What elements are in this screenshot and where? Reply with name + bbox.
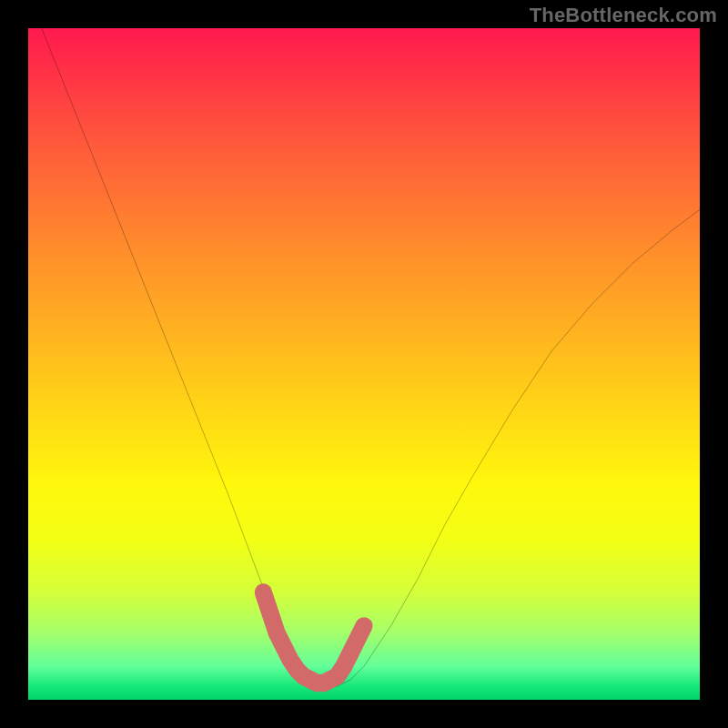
watermark-text: TheBottleneck.com (530, 4, 717, 27)
bottleneck-curve-line (42, 28, 700, 686)
chart-svg (28, 28, 700, 700)
chart-frame: TheBottleneck.com (0, 0, 728, 728)
bottleneck-highlight-line (263, 592, 364, 683)
plot-area (28, 28, 700, 700)
